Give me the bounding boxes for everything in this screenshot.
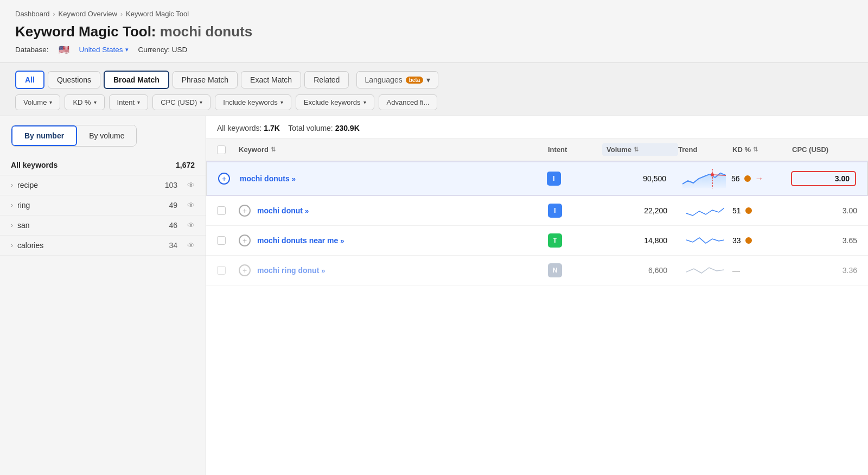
intent-cell: I	[548, 204, 602, 218]
col-trend: Trend	[678, 145, 732, 154]
eye-icon[interactable]: 👁	[187, 201, 195, 210]
intent-cell: T	[548, 233, 602, 248]
breadcrumb-overview[interactable]: Keyword Overview	[59, 10, 117, 18]
tab-all[interactable]: All	[15, 71, 44, 89]
tab-phrase-match[interactable]: Phrase Match	[173, 71, 238, 88]
sidebar-item-label: san	[17, 221, 30, 230]
volume-cell: 14,800	[602, 236, 678, 245]
beta-badge: beta	[406, 77, 424, 84]
add-keyword-button[interactable]: +	[218, 173, 230, 185]
total-volume-value: 230.9K	[335, 124, 360, 132]
volume-filter[interactable]: Volume ▾	[15, 94, 60, 110]
cpc-cell: 3.00	[791, 171, 856, 186]
breadcrumb-sep-1: ›	[53, 10, 55, 18]
table-header: Keyword ⇅ Intent Volume ⇅ Trend KD % ⇅	[206, 138, 868, 161]
keyword-link[interactable]: mochi donuts »	[240, 174, 296, 183]
by-volume-button[interactable]: By volume	[77, 125, 136, 146]
keyword-text: mochi donuts	[240, 174, 290, 183]
trend-cell	[677, 169, 731, 188]
sidebar-item-san[interactable]: › san 46 👁	[0, 216, 206, 236]
chevron-down-icon: ▾	[49, 99, 52, 105]
languages-button[interactable]: Languages beta ▾	[356, 71, 438, 88]
kd-cell: 33	[732, 236, 792, 245]
table-row: + mochi donut » I 22,200 51	[206, 196, 868, 226]
row-checkbox[interactable]	[217, 236, 226, 245]
breadcrumb-dashboard[interactable]: Dashboard	[15, 10, 50, 18]
table-row: + mochi donuts » I 90,500	[206, 161, 868, 196]
row-checkbox-area: +	[218, 173, 240, 185]
breadcrumb-current: Keyword Magic Tool	[126, 10, 189, 18]
chevron-right-icon: ›	[11, 201, 13, 209]
arrows-icon: »	[321, 267, 325, 275]
database-selector[interactable]: United States ▾	[79, 46, 129, 54]
kd-cell: 51	[732, 206, 792, 215]
chevron-down-icon: ▾	[363, 99, 366, 105]
sidebar-all-keywords-row[interactable]: All keywords 1,672	[0, 155, 206, 175]
chevron-down-icon: ▾	[125, 46, 129, 53]
results-header: All keywords: 1.7K Total volume: 230.9K	[206, 116, 868, 138]
include-keywords-filter[interactable]: Include keywords ▾	[215, 94, 291, 110]
sidebar-item-ring[interactable]: › ring 49 👁	[0, 195, 206, 216]
tab-exact-match[interactable]: Exact Match	[241, 71, 301, 88]
kd-cell: 56 →	[731, 174, 791, 183]
sidebar-item-recipe[interactable]: › recipe 103 👁	[0, 175, 206, 195]
kd-cell: —	[732, 266, 792, 275]
keyword-text: mochi donuts near me	[257, 236, 338, 245]
eye-icon[interactable]: 👁	[187, 181, 195, 189]
all-keywords-label: All keywords:	[217, 124, 261, 132]
chevron-right-icon: ›	[11, 221, 13, 229]
sidebar-item-calories[interactable]: › calories 34 👁	[0, 236, 206, 256]
intent-badge: I	[548, 204, 562, 218]
cpc-filter[interactable]: CPC (USD) ▾	[152, 94, 210, 110]
row-checkbox-area	[217, 266, 239, 275]
add-keyword-button[interactable]: +	[239, 205, 251, 217]
eye-icon[interactable]: 👁	[187, 221, 195, 230]
tab-row: All Questions Broad Match Phrase Match E…	[15, 71, 853, 89]
table-row: + mochi ring donut » N 6,600 —	[206, 256, 868, 286]
col-keyword: Keyword ⇅	[239, 145, 548, 154]
arrows-icon: »	[340, 237, 344, 245]
svg-line-2	[712, 175, 726, 175]
tab-questions[interactable]: Questions	[48, 71, 100, 88]
sort-icon: ⇅	[753, 146, 758, 153]
by-number-button[interactable]: By number	[11, 125, 77, 146]
intent-badge: N	[548, 263, 562, 277]
col-intent: Intent	[548, 145, 602, 154]
row-checkbox[interactable]	[217, 266, 226, 275]
chevron-down-icon: ▾	[94, 99, 97, 105]
row-checkbox[interactable]	[217, 206, 226, 215]
trend-cell	[678, 202, 732, 219]
col-volume: Volume ⇅	[602, 143, 678, 156]
page-title: Keyword Magic Tool: mochi donuts	[15, 23, 853, 40]
row-checkbox-area	[217, 206, 239, 215]
kd-value: 56	[731, 174, 740, 183]
intent-cell: N	[548, 263, 602, 277]
keyword-link[interactable]: mochi donut »	[257, 206, 309, 215]
row-checkbox-area	[217, 236, 239, 245]
keyword-link[interactable]: mochi ring donut »	[257, 266, 326, 275]
chevron-down-icon: ▾	[426, 75, 430, 84]
intent-filter[interactable]: Intent ▾	[109, 94, 149, 110]
intent-badge: I	[547, 172, 561, 186]
tab-broad-match[interactable]: Broad Match	[104, 71, 169, 89]
select-all-checkbox[interactable]	[217, 145, 226, 154]
eye-icon[interactable]: 👁	[187, 241, 195, 250]
intent-badge: T	[548, 233, 562, 248]
chevron-down-icon: ▾	[200, 99, 202, 105]
breadcrumb-sep-2: ›	[120, 10, 123, 18]
exclude-keywords-filter[interactable]: Exclude keywords ▾	[296, 94, 374, 110]
tab-related[interactable]: Related	[304, 71, 349, 88]
keyword-text: mochi ring donut	[257, 266, 319, 275]
advanced-filter[interactable]: Advanced fi...	[379, 94, 438, 110]
cpc-cell: 3.65	[792, 236, 857, 245]
all-keywords-value: 1.7K	[264, 124, 280, 132]
chevron-down-icon: ▾	[280, 99, 283, 105]
volume-cell: 6,600	[602, 266, 678, 275]
kd-dot	[744, 175, 751, 182]
kd-filter[interactable]: KD % ▾	[65, 94, 104, 110]
add-keyword-button[interactable]: +	[239, 235, 251, 246]
add-keyword-button[interactable]: +	[239, 264, 251, 276]
sidebar-list: All keywords 1,672 › recipe 103 👁 ›	[0, 155, 206, 256]
keyword-link[interactable]: mochi donuts near me »	[257, 236, 344, 245]
trend-cell	[678, 262, 732, 278]
